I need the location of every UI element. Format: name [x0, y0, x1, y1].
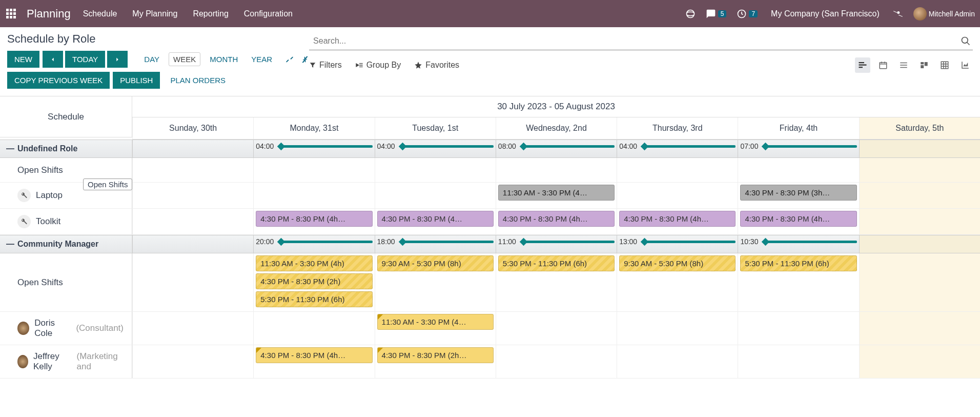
brand[interactable]: Planning: [27, 7, 71, 21]
row-cell[interactable]: 11:30 AM - 3:30 PM (4…: [496, 183, 617, 208]
row-cell[interactable]: 11:30 AM - 3:30 PM (4…: [375, 312, 496, 345]
row-cell[interactable]: [617, 345, 738, 378]
view-gantt-icon[interactable]: [855, 57, 870, 73]
group-row[interactable]: —Undefined Role04:0004:0008:0004:0007:00: [0, 140, 980, 158]
row-cell[interactable]: [132, 158, 253, 182]
new-button[interactable]: NEW: [7, 51, 39, 68]
row-cell[interactable]: [253, 158, 374, 182]
row-label[interactable]: Doris Cole (Consultant): [0, 312, 132, 345]
row-cell[interactable]: [859, 158, 980, 182]
row-cell[interactable]: 4:30 PM - 8:30 PM (4h…: [738, 209, 859, 234]
today-button[interactable]: TODAY: [65, 51, 105, 68]
day-fri[interactable]: Friday, 4th: [738, 117, 859, 139]
row-cell[interactable]: 4:30 PM - 8:30 PM (4h…: [253, 209, 374, 234]
row-cell[interactable]: 4:30 PM - 8:30 PM (4h…: [617, 209, 738, 234]
row-cell[interactable]: [859, 183, 980, 208]
view-list-icon[interactable]: [896, 57, 911, 73]
row-cell[interactable]: 4:30 PM - 8:30 PM (2h…: [375, 345, 496, 378]
range-week[interactable]: WEEK: [169, 52, 200, 66]
publish-button[interactable]: PUBLISH: [113, 72, 160, 89]
shift[interactable]: 5:30 PM - 11:30 PM (6h): [256, 291, 372, 307]
shift[interactable]: 9:30 AM - 5:30 PM (8h): [619, 255, 736, 271]
nav-configuration[interactable]: Configuration: [241, 7, 296, 21]
group-row[interactable]: —Community Manager20:0018:0011:0013:0010…: [0, 235, 980, 253]
row-cell[interactable]: 4:30 PM - 8:30 PM (4h…: [253, 345, 374, 378]
day-sat[interactable]: Saturday, 5th: [859, 117, 980, 139]
day-thu[interactable]: Thursday, 3rd: [617, 117, 738, 139]
shift[interactable]: 4:30 PM - 8:30 PM (4…: [377, 211, 494, 227]
company-switcher[interactable]: My Company (San Francisco): [768, 7, 883, 21]
shift[interactable]: 11:30 AM - 3:30 PM (4…: [377, 314, 494, 330]
row-cell[interactable]: [859, 345, 980, 378]
row-cell[interactable]: [132, 209, 253, 234]
shift[interactable]: 4:30 PM - 8:30 PM (4h…: [619, 211, 736, 227]
row-cell[interactable]: [738, 312, 859, 345]
apps-icon[interactable]: [5, 8, 17, 20]
row-cell[interactable]: [859, 253, 980, 311]
row-cell[interactable]: [496, 158, 617, 182]
view-pivot-icon[interactable]: [937, 57, 952, 73]
plan-orders-button[interactable]: PLAN ORDERS: [163, 72, 233, 89]
search-input[interactable]: [311, 33, 961, 49]
collapse-icon[interactable]: [301, 55, 309, 64]
shift[interactable]: 9:30 AM - 5:30 PM (8h): [377, 255, 494, 271]
row-cell[interactable]: [375, 158, 496, 182]
nav-reporting[interactable]: Reporting: [190, 7, 231, 21]
collapse-icon[interactable]: —: [6, 240, 14, 249]
day-mon[interactable]: Monday, 31st: [253, 117, 374, 139]
favorites-button[interactable]: Favorites: [414, 61, 459, 70]
row-label[interactable]: Jeffrey Kelly (Marketing and: [0, 345, 132, 378]
shift[interactable]: 4:30 PM - 8:30 PM (4h…: [498, 211, 615, 227]
view-kanban-icon[interactable]: [916, 57, 932, 73]
shift[interactable]: 5:30 PM - 11:30 PM (6h): [498, 255, 615, 271]
row-cell[interactable]: [375, 183, 496, 208]
shift[interactable]: 4:30 PM - 8:30 PM (4h…: [256, 211, 372, 227]
nav-my-planning[interactable]: My Planning: [129, 7, 180, 21]
row-label[interactable]: Toolkit: [0, 209, 132, 234]
day-sun[interactable]: Sunday, 30th: [132, 117, 253, 139]
filters-button[interactable]: Filters: [309, 61, 342, 70]
shift[interactable]: 4:30 PM - 8:30 PM (3h…: [740, 185, 856, 201]
shift[interactable]: 4:30 PM - 8:30 PM (2h): [256, 273, 372, 289]
row-cell[interactable]: [859, 209, 980, 234]
row-cell[interactable]: 4:30 PM - 8:30 PM (3h…: [738, 183, 859, 208]
support-icon[interactable]: [685, 9, 696, 19]
row-cell[interactable]: 9:30 AM - 5:30 PM (8h): [617, 253, 738, 311]
debug-icon[interactable]: [893, 9, 903, 19]
shift[interactable]: 11:30 AM - 3:30 PM (4h): [256, 255, 372, 271]
row-cell[interactable]: 4:30 PM - 8:30 PM (4h…: [496, 209, 617, 234]
nav-schedule[interactable]: Schedule: [80, 7, 120, 21]
next-button[interactable]: [107, 51, 128, 68]
range-day[interactable]: DAY: [140, 52, 164, 66]
row-cell[interactable]: 5:30 PM - 11:30 PM (6h): [738, 253, 859, 311]
shift[interactable]: 4:30 PM - 8:30 PM (2h…: [377, 347, 494, 363]
row-cell[interactable]: 5:30 PM - 11:30 PM (6h): [496, 253, 617, 311]
day-tue[interactable]: Tuesday, 1st: [375, 117, 496, 139]
view-graph-icon[interactable]: [957, 57, 973, 73]
user-menu[interactable]: Mitchell Admin: [913, 7, 975, 21]
row-cell[interactable]: 4:30 PM - 8:30 PM (4…: [375, 209, 496, 234]
shift[interactable]: 5:30 PM - 11:30 PM (6h): [740, 255, 856, 271]
row-cell[interactable]: [738, 345, 859, 378]
shift[interactable]: 4:30 PM - 8:30 PM (4h…: [740, 211, 856, 227]
day-wed[interactable]: Wednesday, 2nd: [496, 117, 617, 139]
row-cell[interactable]: 11:30 AM - 3:30 PM (4h)4:30 PM - 8:30 PM…: [253, 253, 374, 311]
row-cell[interactable]: [617, 183, 738, 208]
collapse-icon[interactable]: —: [6, 144, 14, 153]
shift[interactable]: 11:30 AM - 3:30 PM (4…: [498, 185, 615, 201]
expand-icon[interactable]: [285, 55, 294, 64]
range-year[interactable]: YEAR: [247, 52, 276, 66]
row-cell[interactable]: [738, 158, 859, 182]
row-cell[interactable]: [132, 253, 253, 311]
view-calendar-icon[interactable]: [875, 57, 891, 73]
range-month[interactable]: MONTH: [206, 52, 242, 66]
row-cell[interactable]: [617, 312, 738, 345]
row-label[interactable]: Open Shifts: [0, 253, 132, 311]
row-cell[interactable]: 9:30 AM - 5:30 PM (8h): [375, 253, 496, 311]
row-cell[interactable]: [496, 345, 617, 378]
messages-icon[interactable]: 5: [706, 9, 727, 19]
row-cell[interactable]: [253, 312, 374, 345]
row-cell[interactable]: [132, 183, 253, 208]
search-icon[interactable]: [961, 36, 971, 46]
row-cell[interactable]: [859, 312, 980, 345]
